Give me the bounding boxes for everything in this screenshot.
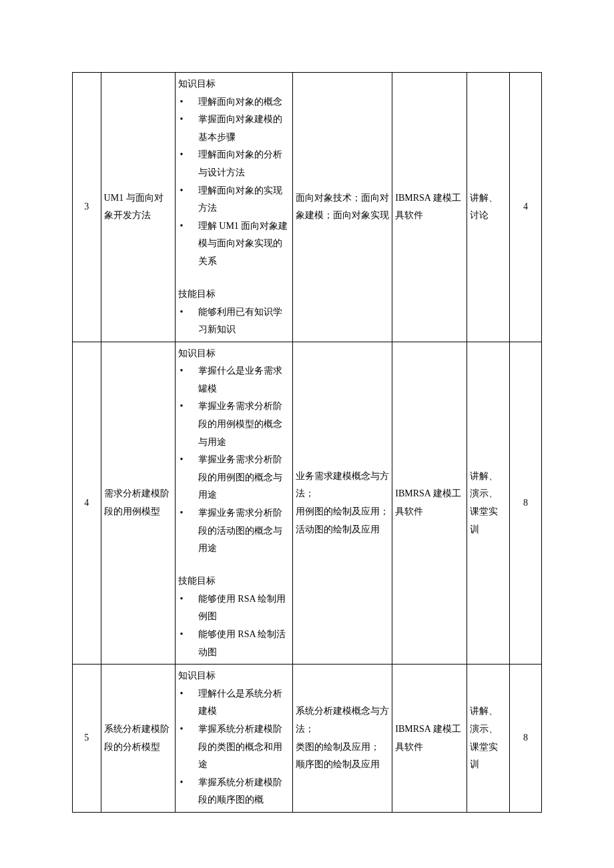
goals-cell: 知识目标理解面向对象的概念掌握面向对象建模的基本步骤理解面向对象的分析与设计方法… <box>176 73 293 342</box>
key-points-cell: 系统分析建模概念与方法； 类图的绘制及应用； 顺序图的绘制及应用 <box>293 665 392 813</box>
knowledge-goal-label: 知识目标 <box>178 345 290 363</box>
table-row: 3UM1 与面向对象开发方法知识目标理解面向对象的概念掌握面向对象建模的基本步骤… <box>73 73 542 342</box>
tools-cell: IBMRSA 建模工具软件 <box>392 665 467 813</box>
skill-goal-list: 能够利用已有知识学习新知识 <box>178 304 290 339</box>
row-number: 3 <box>73 73 101 342</box>
goals-cell: 知识目标理解什么是系统分析建模掌握系统分析建模阶段的类图的概念和用途掌握系统分析… <box>176 665 293 813</box>
knowledge-goal-label: 知识目标 <box>178 75 290 93</box>
goals-cell: 知识目标掌握什么是业务需求罐模掌握业务需求分析阶段的用例模型的概念与用途掌握业务… <box>176 342 293 664</box>
curriculum-table: 3UM1 与面向对象开发方法知识目标理解面向对象的概念掌握面向对象建模的基本步骤… <box>72 72 542 813</box>
list-item: 理解面向对象的分析与设计方法 <box>178 146 290 181</box>
table-row: 5系统分析建模阶段的分析模型知识目标理解什么是系统分析建模掌握系统分析建模阶段的… <box>73 665 542 813</box>
list-item: 理解什么是系统分析建模 <box>178 685 290 721</box>
skill-goal-list: 能够使用 RSA 绘制用例图能够使用 RSA 绘制活动图 <box>178 590 290 661</box>
list-item: 掌握什么是业务需求罐模 <box>178 362 290 398</box>
row-number: 4 <box>73 342 101 664</box>
list-item: 掌握业务需求分析阶段的用例模型的概念与用途 <box>178 398 290 451</box>
skill-goal-label: 技能目标 <box>178 572 290 590</box>
knowledge-goal-label: 知识目标 <box>178 667 290 685</box>
topic-cell: UM1 与面向对象开发方法 <box>101 73 176 342</box>
row-number: 5 <box>73 665 101 813</box>
knowledge-goal-list: 理解什么是系统分析建模掌握系统分析建模阶段的类图的概念和用途掌握系统分析建模阶段… <box>178 685 290 809</box>
list-item: 理解 UM1 面向对象建模与面向对象实现的关系 <box>178 218 290 271</box>
list-item: 掌握业务需求分析阶段的用例图的概念与用途 <box>178 451 290 504</box>
knowledge-goal-list: 掌握什么是业务需求罐模掌握业务需求分析阶段的用例模型的概念与用途掌握业务需求分析… <box>178 362 290 558</box>
list-item: 理解面向对象的概念 <box>178 93 290 111</box>
list-item: 能够利用已有知识学习新知识 <box>178 304 290 339</box>
tools-cell: IBMRSA 建模工具软件 <box>392 342 467 664</box>
list-item: 掌握业务需求分析阶段的活动图的概念与用途 <box>178 504 290 558</box>
methods-cell: 讲解、讨论 <box>467 73 510 342</box>
topic-cell: 系统分析建模阶段的分析模型 <box>101 665 176 813</box>
methods-cell: 讲解、演示、课堂实训 <box>467 665 510 813</box>
list-item: 能够使用 RSA 绘制活动图 <box>178 626 290 661</box>
table-row: 4需求分析建模阶段的用例模型知识目标掌握什么是业务需求罐模掌握业务需求分析阶段的… <box>73 342 542 664</box>
tools-cell: IBMRSA 建模工具软件 <box>392 73 467 342</box>
skill-goal-label: 技能目标 <box>178 286 290 304</box>
hours-cell: 8 <box>510 665 542 813</box>
list-item: 理解面向对象的实现方法 <box>178 182 290 218</box>
key-points-cell: 业务需求建模概念与方法； 用例图的绘制及应用； 活动图的绘制及应用 <box>293 342 392 664</box>
list-item: 掌握系统分析建模阶段的顺序图的概 <box>178 774 290 809</box>
hours-cell: 8 <box>510 342 542 664</box>
topic-cell: 需求分析建模阶段的用例模型 <box>101 342 176 664</box>
hours-cell: 4 <box>510 73 542 342</box>
list-item: 掌握系统分析建模阶段的类图的概念和用途 <box>178 721 290 774</box>
spacer <box>178 558 290 572</box>
list-item: 能够使用 RSA 绘制用例图 <box>178 590 290 626</box>
spacer <box>178 271 290 286</box>
methods-cell: 讲解、演示、课堂实训 <box>467 342 510 664</box>
knowledge-goal-list: 理解面向对象的概念掌握面向对象建模的基本步骤理解面向对象的分析与设计方法理解面向… <box>178 93 290 271</box>
list-item: 掌握面向对象建模的基本步骤 <box>178 111 290 146</box>
key-points-cell: 面向对象技术；面向对象建模；面向对象实现 <box>293 73 392 342</box>
